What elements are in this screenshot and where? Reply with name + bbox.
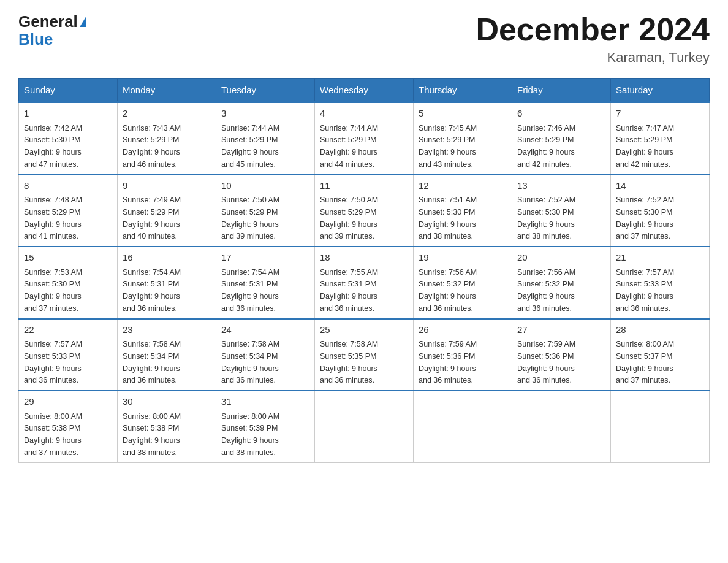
day-number: 28 (616, 323, 704, 337)
day-number: 13 (517, 179, 605, 193)
title-section: December 2024 Karaman, Turkey (476, 12, 710, 66)
calendar-cell: 9Sunrise: 7:49 AMSunset: 5:29 PMDaylight… (118, 175, 216, 247)
day-number: 23 (123, 323, 211, 337)
calendar-cell: 29Sunrise: 8:00 AMSunset: 5:38 PMDayligh… (19, 391, 118, 462)
day-info: Sunrise: 7:57 AMSunset: 5:33 PMDaylight:… (616, 268, 674, 313)
day-number: 12 (419, 179, 507, 193)
day-info: Sunrise: 7:50 AMSunset: 5:29 PMDaylight:… (320, 196, 378, 240)
day-info: Sunrise: 7:49 AMSunset: 5:29 PMDaylight:… (123, 196, 181, 240)
day-number: 10 (221, 179, 309, 193)
calendar-cell: 15Sunrise: 7:53 AMSunset: 5:30 PMDayligh… (19, 247, 118, 319)
logo-general-text: General (18, 12, 78, 31)
calendar-cell: 5Sunrise: 7:45 AMSunset: 5:29 PMDaylight… (414, 102, 512, 175)
calendar-week-row: 1Sunrise: 7:42 AMSunset: 5:30 PMDaylight… (19, 102, 710, 175)
day-info: Sunrise: 7:58 AMSunset: 5:34 PMDaylight:… (123, 340, 181, 385)
day-info: Sunrise: 7:58 AMSunset: 5:34 PMDaylight:… (221, 340, 279, 385)
day-number: 8 (24, 179, 112, 193)
calendar-cell: 8Sunrise: 7:48 AMSunset: 5:29 PMDaylight… (19, 175, 118, 247)
day-number: 18 (320, 251, 408, 265)
calendar-week-row: 15Sunrise: 7:53 AMSunset: 5:30 PMDayligh… (19, 247, 710, 319)
calendar-cell: 27Sunrise: 7:59 AMSunset: 5:36 PMDayligh… (512, 319, 611, 391)
day-info: Sunrise: 7:55 AMSunset: 5:31 PMDaylight:… (320, 268, 378, 313)
calendar-cell (611, 391, 710, 462)
calendar-cell: 26Sunrise: 7:59 AMSunset: 5:36 PMDayligh… (414, 319, 512, 391)
day-info: Sunrise: 7:47 AMSunset: 5:29 PMDaylight:… (616, 124, 674, 169)
calendar-header-row: SundayMondayTuesdayWednesdayThursdayFrid… (19, 79, 710, 102)
day-number: 19 (419, 251, 507, 265)
day-info: Sunrise: 8:00 AMSunset: 5:37 PMDaylight:… (616, 340, 674, 385)
calendar-cell: 1Sunrise: 7:42 AMSunset: 5:30 PMDaylight… (19, 102, 118, 175)
day-number: 1 (24, 107, 112, 121)
day-number: 15 (24, 251, 112, 265)
calendar-cell: 17Sunrise: 7:54 AMSunset: 5:31 PMDayligh… (216, 247, 315, 319)
calendar-table: SundayMondayTuesdayWednesdayThursdayFrid… (18, 78, 710, 463)
calendar-cell: 6Sunrise: 7:46 AMSunset: 5:29 PMDaylight… (512, 102, 611, 175)
day-number: 21 (616, 251, 704, 265)
day-info: Sunrise: 7:51 AMSunset: 5:30 PMDaylight:… (419, 196, 477, 240)
day-info: Sunrise: 7:57 AMSunset: 5:33 PMDaylight:… (24, 340, 82, 385)
location: Karaman, Turkey (476, 50, 710, 66)
calendar-week-row: 29Sunrise: 8:00 AMSunset: 5:38 PMDayligh… (19, 391, 710, 462)
calendar-day-header: Wednesday (315, 79, 414, 102)
calendar-cell: 2Sunrise: 7:43 AMSunset: 5:29 PMDaylight… (118, 102, 216, 175)
day-info: Sunrise: 7:43 AMSunset: 5:29 PMDaylight:… (123, 124, 181, 169)
day-number: 30 (123, 395, 211, 409)
day-info: Sunrise: 7:59 AMSunset: 5:36 PMDaylight:… (517, 340, 575, 385)
calendar-cell: 12Sunrise: 7:51 AMSunset: 5:30 PMDayligh… (414, 175, 512, 247)
day-number: 31 (221, 395, 309, 409)
day-number: 11 (320, 179, 408, 193)
calendar-cell (315, 391, 414, 462)
day-number: 24 (221, 323, 309, 337)
calendar-cell: 10Sunrise: 7:50 AMSunset: 5:29 PMDayligh… (216, 175, 315, 247)
calendar-cell: 20Sunrise: 7:56 AMSunset: 5:32 PMDayligh… (512, 247, 611, 319)
day-info: Sunrise: 8:00 AMSunset: 5:38 PMDaylight:… (123, 412, 181, 457)
calendar-cell: 28Sunrise: 8:00 AMSunset: 5:37 PMDayligh… (611, 319, 710, 391)
day-info: Sunrise: 7:54 AMSunset: 5:31 PMDaylight:… (123, 268, 181, 313)
calendar-week-row: 8Sunrise: 7:48 AMSunset: 5:29 PMDaylight… (19, 175, 710, 247)
calendar-cell: 30Sunrise: 8:00 AMSunset: 5:38 PMDayligh… (118, 391, 216, 462)
day-number: 29 (24, 395, 112, 409)
day-number: 2 (123, 107, 211, 121)
day-number: 4 (320, 107, 408, 121)
day-number: 22 (24, 323, 112, 337)
calendar-cell (414, 391, 512, 462)
logo-blue-text: Blue (18, 30, 53, 49)
calendar-cell: 11Sunrise: 7:50 AMSunset: 5:29 PMDayligh… (315, 175, 414, 247)
calendar-cell: 7Sunrise: 7:47 AMSunset: 5:29 PMDaylight… (611, 102, 710, 175)
day-number: 5 (419, 107, 507, 121)
calendar-cell: 3Sunrise: 7:44 AMSunset: 5:29 PMDaylight… (216, 102, 315, 175)
calendar-day-header: Tuesday (216, 79, 315, 102)
day-number: 9 (123, 179, 211, 193)
day-number: 3 (221, 107, 309, 121)
calendar-cell: 19Sunrise: 7:56 AMSunset: 5:32 PMDayligh… (414, 247, 512, 319)
page-header: General Blue December 2024 Karaman, Turk… (18, 12, 710, 66)
day-number: 16 (123, 251, 211, 265)
day-number: 25 (320, 323, 408, 337)
day-info: Sunrise: 7:58 AMSunset: 5:35 PMDaylight:… (320, 340, 378, 385)
calendar-cell: 16Sunrise: 7:54 AMSunset: 5:31 PMDayligh… (118, 247, 216, 319)
calendar-cell: 4Sunrise: 7:44 AMSunset: 5:29 PMDaylight… (315, 102, 414, 175)
day-info: Sunrise: 7:52 AMSunset: 5:30 PMDaylight:… (517, 196, 575, 240)
calendar-cell: 31Sunrise: 8:00 AMSunset: 5:39 PMDayligh… (216, 391, 315, 462)
day-info: Sunrise: 7:48 AMSunset: 5:29 PMDaylight:… (24, 196, 82, 240)
calendar-day-header: Saturday (611, 79, 710, 102)
day-number: 7 (616, 107, 704, 121)
day-info: Sunrise: 7:59 AMSunset: 5:36 PMDaylight:… (419, 340, 477, 385)
logo-triangle-icon (80, 16, 86, 27)
day-number: 14 (616, 179, 704, 193)
day-info: Sunrise: 7:56 AMSunset: 5:32 PMDaylight:… (419, 268, 477, 313)
day-number: 17 (221, 251, 309, 265)
day-number: 26 (419, 323, 507, 337)
calendar-cell: 21Sunrise: 7:57 AMSunset: 5:33 PMDayligh… (611, 247, 710, 319)
day-number: 27 (517, 323, 605, 337)
calendar-day-header: Monday (118, 79, 216, 102)
day-number: 20 (517, 251, 605, 265)
calendar-cell (512, 391, 611, 462)
day-info: Sunrise: 8:00 AMSunset: 5:38 PMDaylight:… (24, 412, 82, 457)
calendar-cell: 22Sunrise: 7:57 AMSunset: 5:33 PMDayligh… (19, 319, 118, 391)
day-info: Sunrise: 7:46 AMSunset: 5:29 PMDaylight:… (517, 124, 575, 169)
day-info: Sunrise: 7:42 AMSunset: 5:30 PMDaylight:… (24, 124, 82, 169)
day-info: Sunrise: 7:44 AMSunset: 5:29 PMDaylight:… (221, 124, 279, 169)
day-info: Sunrise: 7:56 AMSunset: 5:32 PMDaylight:… (517, 268, 575, 313)
calendar-week-row: 22Sunrise: 7:57 AMSunset: 5:33 PMDayligh… (19, 319, 710, 391)
